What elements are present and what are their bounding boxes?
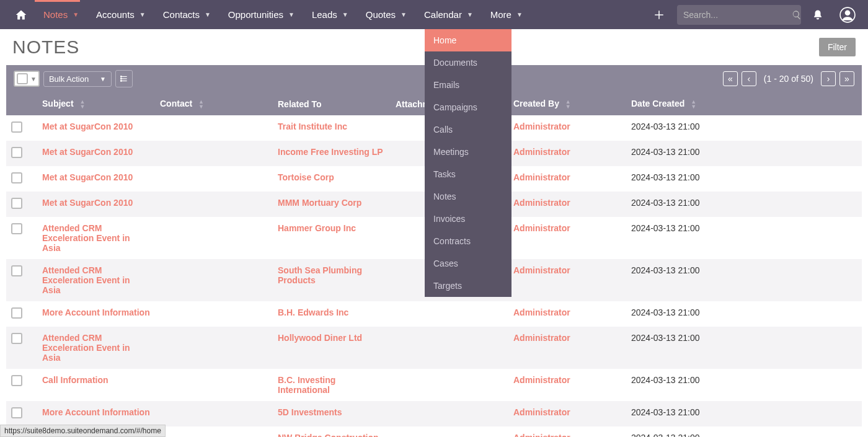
nav-item-contacts[interactable]: Contacts▼ [154, 0, 219, 29]
column-header-contact[interactable]: Contact ▲▼ [155, 92, 273, 115]
row-checkbox[interactable] [11, 265, 22, 276]
row-checkbox[interactable] [11, 147, 22, 158]
chevron-down-icon: ▼ [401, 11, 407, 18]
related-link[interactable]: 5D Investments [278, 407, 342, 417]
row-checkbox[interactable] [11, 307, 22, 319]
table-row: Attended CRM Exceleration Event in AsiaH… [6, 327, 862, 369]
related-link[interactable]: NW Bridge Construction [278, 433, 379, 437]
more-dropdown: HomeDocumentsEmailsCampaignsCallsMeeting… [425, 29, 512, 297]
pager-first-button[interactable]: « [723, 71, 738, 86]
created-by-link[interactable]: Administrator [513, 198, 570, 208]
row-checkbox[interactable] [11, 407, 22, 418]
dropdown-item-campaigns[interactable]: Campaigns [425, 96, 512, 118]
created-by-link[interactable]: Administrator [513, 172, 570, 182]
created-by-link[interactable]: Administrator [513, 307, 570, 317]
dropdown-item-notes[interactable]: Notes [425, 185, 512, 208]
row-checkbox[interactable] [11, 198, 22, 209]
pager-next-button[interactable]: › [821, 71, 836, 86]
date-created-cell: 2024-03-13 21:00 [626, 166, 862, 192]
dropdown-item-contracts[interactable]: Contracts [425, 230, 512, 252]
related-link[interactable]: Trait Institute Inc [278, 121, 347, 131]
column-header-date-created[interactable]: Date Created ▲▼ [626, 92, 862, 115]
related-link[interactable]: Income Free Investing LP [278, 147, 383, 157]
dropdown-item-targets[interactable]: Targets [425, 275, 512, 297]
subject-link[interactable]: Met at SugarCon 2010 [42, 172, 133, 182]
row-checkbox[interactable] [11, 223, 22, 234]
subject-link[interactable]: Met at SugarCon 2010 [42, 147, 133, 157]
select-all-checkbox[interactable]: ▼ [14, 71, 40, 87]
related-link[interactable]: MMM Mortuary Corp [278, 198, 361, 208]
row-checkbox[interactable] [11, 121, 22, 133]
nav-item-more[interactable]: More▼ [482, 0, 531, 29]
subject-link[interactable]: Met at SugarCon 2010 [42, 198, 133, 208]
subject-link[interactable]: Met at SugarCon 2010 [42, 121, 133, 131]
chevron-down-icon: ▼ [516, 11, 523, 18]
row-checkbox[interactable] [11, 333, 22, 344]
nav-item-accounts[interactable]: Accounts▼ [87, 0, 154, 29]
subject-link[interactable]: Attended CRM Exceleration Event in Asia [42, 223, 130, 253]
dropdown-item-emails[interactable]: Emails [425, 74, 512, 96]
column-header-subject[interactable]: Subject ▲▼ [37, 92, 155, 115]
chevron-down-icon: ▼ [30, 76, 37, 82]
related-link[interactable]: Tortoise Corp [278, 172, 334, 182]
create-button[interactable] [647, 9, 671, 20]
nav-item-label: Accounts [96, 9, 135, 20]
related-link[interactable]: B.C. Investing International [278, 375, 335, 395]
created-by-link[interactable]: Administrator [513, 265, 570, 275]
pager-last-button[interactable]: » [839, 71, 854, 86]
dropdown-item-tasks[interactable]: Tasks [425, 163, 512, 185]
search-icon[interactable] [792, 10, 802, 20]
subject-link[interactable]: Attended CRM Exceleration Event in Asia [42, 265, 130, 295]
column-header-related[interactable]: Related To [273, 92, 391, 115]
nav-item-opportunities[interactable]: Opportunities▼ [219, 0, 303, 29]
related-link[interactable]: Hammer Group Inc [278, 223, 356, 233]
dropdown-item-calls[interactable]: Calls [425, 118, 512, 141]
columns-button[interactable] [115, 70, 133, 87]
related-link[interactable]: B.H. Edwards Inc [278, 307, 348, 317]
date-created-cell: 2024-03-13 21:00 [626, 426, 862, 437]
nav-item-calendar[interactable]: Calendar▼ [415, 0, 482, 29]
nav-item-label: Calendar [424, 9, 462, 20]
date-created-cell: 2024-03-13 21:00 [626, 401, 862, 426]
column-header-created-by[interactable]: Created By ▲▼ [508, 92, 626, 115]
related-link[interactable]: South Sea Plumbing Products [278, 265, 362, 285]
user-avatar-icon[interactable] [835, 7, 861, 23]
contact-cell [155, 301, 273, 327]
subject-link[interactable]: Attended CRM Exceleration Event in Asia [42, 333, 130, 363]
filter-button[interactable]: Filter [819, 38, 856, 56]
created-by-link[interactable]: Administrator [513, 147, 570, 157]
related-link[interactable]: Hollywood Diner Ltd [278, 333, 362, 343]
pager-prev-button[interactable]: ‹ [742, 71, 756, 86]
dropdown-item-meetings[interactable]: Meetings [425, 141, 512, 163]
dropdown-item-documents[interactable]: Documents [425, 51, 512, 74]
dropdown-item-cases[interactable]: Cases [425, 252, 512, 275]
date-created-cell: 2024-03-13 21:00 [626, 141, 862, 166]
row-checkbox[interactable] [11, 172, 22, 183]
home-icon[interactable] [7, 9, 35, 21]
date-created-cell: 2024-03-13 21:00 [626, 369, 862, 401]
subject-link[interactable]: Call Information [42, 375, 108, 385]
search-box[interactable] [677, 5, 801, 25]
row-checkbox[interactable] [11, 375, 22, 386]
created-by-link[interactable]: Administrator [513, 121, 570, 131]
bulk-action-dropdown[interactable]: Bulk Action ▼ [43, 71, 112, 87]
subject-link[interactable]: More Account Information [42, 307, 150, 317]
search-input[interactable] [683, 10, 792, 20]
bulk-action-label: Bulk Action [49, 74, 89, 84]
created-by-link[interactable]: Administrator [513, 433, 570, 437]
nav-item-notes[interactable]: Notes▼ [35, 0, 87, 29]
notifications-icon[interactable] [807, 9, 828, 20]
nav-item-quotes[interactable]: Quotes▼ [357, 0, 415, 29]
dropdown-item-home[interactable]: Home [425, 29, 512, 51]
svg-point-6 [120, 78, 122, 79]
created-by-link[interactable]: Administrator [513, 333, 570, 343]
nav-item-leads[interactable]: Leads▼ [303, 0, 357, 29]
created-by-link[interactable]: Administrator [513, 223, 570, 233]
attachment-cell [391, 301, 508, 327]
subject-link[interactable]: More Account Information [42, 407, 150, 417]
top-nav: Notes▼Accounts▼Contacts▼Opportunities▼Le… [0, 0, 868, 29]
dropdown-item-invoices[interactable]: Invoices [425, 208, 512, 230]
created-by-link[interactable]: Administrator [513, 375, 570, 385]
created-by-link[interactable]: Administrator [513, 407, 570, 417]
nav-item-label: More [490, 9, 512, 20]
